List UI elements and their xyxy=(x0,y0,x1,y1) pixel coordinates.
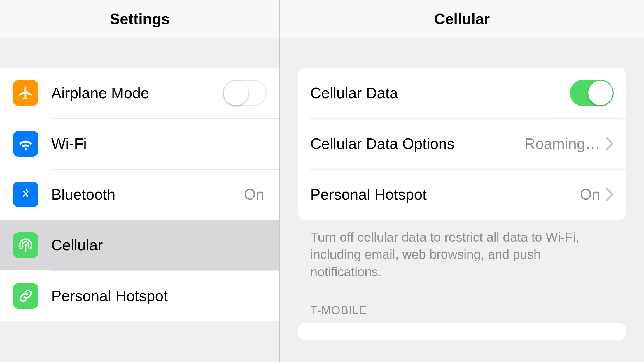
chevron-right-icon xyxy=(606,187,614,201)
toggle-knob xyxy=(224,81,248,105)
sidebar-item-airplane-mode[interactable]: Airplane Mode xyxy=(0,68,279,118)
detail-item-cellular-data[interactable]: Cellular Data xyxy=(298,68,626,118)
sidebar-label-cellular: Cellular xyxy=(51,236,267,254)
detail-label-cellular-data: Cellular Data xyxy=(310,84,570,102)
chevron-right-icon xyxy=(606,137,614,151)
app-root: Settings Airplane Mode Wi-Fi xyxy=(0,0,644,362)
wifi-icon xyxy=(13,131,38,157)
cellular-data-toggle[interactable] xyxy=(570,80,614,106)
detail-footer-text: Turn off cellular data to restrict all d… xyxy=(310,229,614,280)
link-icon xyxy=(13,283,38,309)
detail-item-personal-hotspot[interactable]: Personal Hotspot On xyxy=(298,169,626,220)
cellular-icon xyxy=(13,232,38,258)
detail-label-ph: Personal Hotspot xyxy=(310,186,580,203)
detail-group-carrier xyxy=(298,323,626,340)
spacer xyxy=(280,38,644,68)
detail-title: Cellular xyxy=(434,10,490,28)
detail-group-main: Cellular Data Cellular Data Options Roam… xyxy=(298,68,626,220)
airplane-mode-toggle[interactable] xyxy=(223,80,267,106)
detail-item-cellular-data-options[interactable]: Cellular Data Options Roaming… xyxy=(298,118,626,169)
toggle-knob xyxy=(588,81,613,105)
airplane-icon xyxy=(13,80,38,106)
sidebar-label-bluetooth: Bluetooth xyxy=(51,186,244,203)
detail-header: Cellular xyxy=(280,0,644,38)
sidebar-header: Settings xyxy=(0,0,279,38)
sidebar-value-bluetooth: On xyxy=(244,186,264,203)
sidebar-label-wifi: Wi-Fi xyxy=(51,135,267,152)
detail-pane: Cellular Cellular Data Cellular Data Opt… xyxy=(280,0,644,362)
sidebar-item-cellular[interactable]: Cellular xyxy=(0,220,279,270)
detail-section-header: T-MOBILE xyxy=(310,304,614,317)
sidebar-title: Settings xyxy=(110,10,169,28)
sidebar-group: Airplane Mode Wi-Fi Bluetooth On xyxy=(0,68,279,321)
settings-sidebar: Settings Airplane Mode Wi-Fi xyxy=(0,0,280,362)
detail-value-ph: On xyxy=(580,186,600,203)
sidebar-item-personal-hotspot[interactable]: Personal Hotspot xyxy=(0,270,279,321)
sidebar-item-wifi[interactable]: Wi-Fi xyxy=(0,118,279,169)
spacer xyxy=(0,38,279,68)
sidebar-label-hotspot: Personal Hotspot xyxy=(51,287,267,305)
sidebar-label-airplane: Airplane Mode xyxy=(51,84,223,102)
detail-value-cdo: Roaming… xyxy=(524,135,600,152)
detail-label-cdo: Cellular Data Options xyxy=(310,135,524,152)
sidebar-item-bluetooth[interactable]: Bluetooth On xyxy=(0,169,279,220)
bluetooth-icon xyxy=(13,182,38,207)
